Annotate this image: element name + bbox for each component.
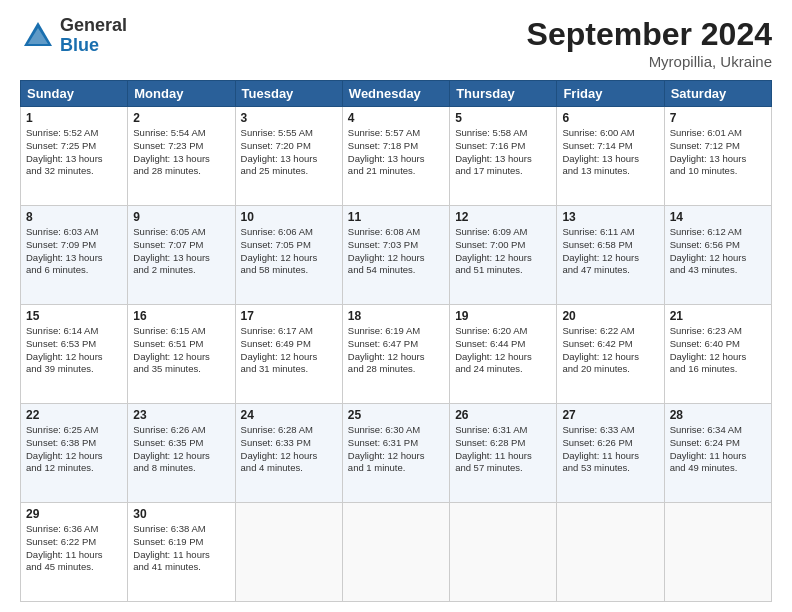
calendar-header-cell: Friday <box>557 81 664 107</box>
day-info: Sunrise: 5:55 AM Sunset: 7:20 PM Dayligh… <box>241 127 337 178</box>
day-number: 2 <box>133 111 229 125</box>
day-number: 3 <box>241 111 337 125</box>
day-info: Sunrise: 6:09 AM Sunset: 7:00 PM Dayligh… <box>455 226 551 277</box>
day-number: 15 <box>26 309 122 323</box>
logo-general-text: General <box>60 16 127 36</box>
calendar-header-cell: Thursday <box>450 81 557 107</box>
day-info: Sunrise: 6:20 AM Sunset: 6:44 PM Dayligh… <box>455 325 551 376</box>
day-number: 6 <box>562 111 658 125</box>
day-number: 22 <box>26 408 122 422</box>
calendar-day-cell <box>450 503 557 602</box>
calendar-day-cell: 10Sunrise: 6:06 AM Sunset: 7:05 PM Dayli… <box>235 206 342 305</box>
day-info: Sunrise: 6:05 AM Sunset: 7:07 PM Dayligh… <box>133 226 229 277</box>
day-number: 10 <box>241 210 337 224</box>
day-info: Sunrise: 6:22 AM Sunset: 6:42 PM Dayligh… <box>562 325 658 376</box>
calendar-day-cell: 12Sunrise: 6:09 AM Sunset: 7:00 PM Dayli… <box>450 206 557 305</box>
day-number: 7 <box>670 111 766 125</box>
calendar-day-cell <box>342 503 449 602</box>
day-number: 27 <box>562 408 658 422</box>
day-info: Sunrise: 6:23 AM Sunset: 6:40 PM Dayligh… <box>670 325 766 376</box>
title-block: September 2024 Myropillia, Ukraine <box>527 16 772 70</box>
day-info: Sunrise: 6:06 AM Sunset: 7:05 PM Dayligh… <box>241 226 337 277</box>
calendar-week-row: 1Sunrise: 5:52 AM Sunset: 7:25 PM Daylig… <box>21 107 772 206</box>
month-title: September 2024 <box>527 16 772 53</box>
day-number: 18 <box>348 309 444 323</box>
logo-icon <box>20 18 56 54</box>
calendar-week-row: 8Sunrise: 6:03 AM Sunset: 7:09 PM Daylig… <box>21 206 772 305</box>
day-info: Sunrise: 6:28 AM Sunset: 6:33 PM Dayligh… <box>241 424 337 475</box>
day-info: Sunrise: 5:52 AM Sunset: 7:25 PM Dayligh… <box>26 127 122 178</box>
day-number: 26 <box>455 408 551 422</box>
calendar-header-row: SundayMondayTuesdayWednesdayThursdayFrid… <box>21 81 772 107</box>
day-number: 30 <box>133 507 229 521</box>
day-info: Sunrise: 6:01 AM Sunset: 7:12 PM Dayligh… <box>670 127 766 178</box>
day-info: Sunrise: 6:12 AM Sunset: 6:56 PM Dayligh… <box>670 226 766 277</box>
day-number: 9 <box>133 210 229 224</box>
calendar-day-cell: 24Sunrise: 6:28 AM Sunset: 6:33 PM Dayli… <box>235 404 342 503</box>
calendar-week-row: 29Sunrise: 6:36 AM Sunset: 6:22 PM Dayli… <box>21 503 772 602</box>
calendar-header-cell: Monday <box>128 81 235 107</box>
day-info: Sunrise: 6:14 AM Sunset: 6:53 PM Dayligh… <box>26 325 122 376</box>
calendar-day-cell: 22Sunrise: 6:25 AM Sunset: 6:38 PM Dayli… <box>21 404 128 503</box>
day-number: 12 <box>455 210 551 224</box>
day-number: 28 <box>670 408 766 422</box>
day-number: 5 <box>455 111 551 125</box>
day-info: Sunrise: 6:08 AM Sunset: 7:03 PM Dayligh… <box>348 226 444 277</box>
day-info: Sunrise: 5:58 AM Sunset: 7:16 PM Dayligh… <box>455 127 551 178</box>
day-number: 11 <box>348 210 444 224</box>
day-number: 25 <box>348 408 444 422</box>
calendar-day-cell: 5Sunrise: 5:58 AM Sunset: 7:16 PM Daylig… <box>450 107 557 206</box>
logo-blue-text: Blue <box>60 36 127 56</box>
calendar-day-cell: 1Sunrise: 5:52 AM Sunset: 7:25 PM Daylig… <box>21 107 128 206</box>
day-number: 13 <box>562 210 658 224</box>
calendar-day-cell: 21Sunrise: 6:23 AM Sunset: 6:40 PM Dayli… <box>664 305 771 404</box>
day-info: Sunrise: 6:26 AM Sunset: 6:35 PM Dayligh… <box>133 424 229 475</box>
calendar-day-cell: 13Sunrise: 6:11 AM Sunset: 6:58 PM Dayli… <box>557 206 664 305</box>
calendar-body: 1Sunrise: 5:52 AM Sunset: 7:25 PM Daylig… <box>21 107 772 602</box>
calendar-week-row: 22Sunrise: 6:25 AM Sunset: 6:38 PM Dayli… <box>21 404 772 503</box>
day-number: 8 <box>26 210 122 224</box>
calendar-day-cell: 6Sunrise: 6:00 AM Sunset: 7:14 PM Daylig… <box>557 107 664 206</box>
calendar-day-cell: 25Sunrise: 6:30 AM Sunset: 6:31 PM Dayli… <box>342 404 449 503</box>
day-info: Sunrise: 5:54 AM Sunset: 7:23 PM Dayligh… <box>133 127 229 178</box>
calendar-day-cell: 30Sunrise: 6:38 AM Sunset: 6:19 PM Dayli… <box>128 503 235 602</box>
calendar-header-cell: Tuesday <box>235 81 342 107</box>
calendar-day-cell: 3Sunrise: 5:55 AM Sunset: 7:20 PM Daylig… <box>235 107 342 206</box>
calendar-header-cell: Wednesday <box>342 81 449 107</box>
calendar-day-cell: 15Sunrise: 6:14 AM Sunset: 6:53 PM Dayli… <box>21 305 128 404</box>
calendar-week-row: 15Sunrise: 6:14 AM Sunset: 6:53 PM Dayli… <box>21 305 772 404</box>
day-number: 1 <box>26 111 122 125</box>
day-number: 24 <box>241 408 337 422</box>
logo: General Blue <box>20 16 127 56</box>
calendar-day-cell: 23Sunrise: 6:26 AM Sunset: 6:35 PM Dayli… <box>128 404 235 503</box>
calendar-day-cell: 11Sunrise: 6:08 AM Sunset: 7:03 PM Dayli… <box>342 206 449 305</box>
calendar-day-cell: 4Sunrise: 5:57 AM Sunset: 7:18 PM Daylig… <box>342 107 449 206</box>
day-number: 21 <box>670 309 766 323</box>
day-number: 16 <box>133 309 229 323</box>
calendar-day-cell: 27Sunrise: 6:33 AM Sunset: 6:26 PM Dayli… <box>557 404 664 503</box>
calendar-day-cell <box>235 503 342 602</box>
day-info: Sunrise: 6:38 AM Sunset: 6:19 PM Dayligh… <box>133 523 229 574</box>
calendar-day-cell: 18Sunrise: 6:19 AM Sunset: 6:47 PM Dayli… <box>342 305 449 404</box>
day-info: Sunrise: 6:19 AM Sunset: 6:47 PM Dayligh… <box>348 325 444 376</box>
day-number: 14 <box>670 210 766 224</box>
calendar-day-cell: 19Sunrise: 6:20 AM Sunset: 6:44 PM Dayli… <box>450 305 557 404</box>
calendar-day-cell: 28Sunrise: 6:34 AM Sunset: 6:24 PM Dayli… <box>664 404 771 503</box>
day-number: 20 <box>562 309 658 323</box>
calendar-header-cell: Sunday <box>21 81 128 107</box>
day-info: Sunrise: 6:31 AM Sunset: 6:28 PM Dayligh… <box>455 424 551 475</box>
day-info: Sunrise: 6:11 AM Sunset: 6:58 PM Dayligh… <box>562 226 658 277</box>
day-info: Sunrise: 6:30 AM Sunset: 6:31 PM Dayligh… <box>348 424 444 475</box>
calendar-day-cell: 9Sunrise: 6:05 AM Sunset: 7:07 PM Daylig… <box>128 206 235 305</box>
calendar-day-cell: 14Sunrise: 6:12 AM Sunset: 6:56 PM Dayli… <box>664 206 771 305</box>
day-info: Sunrise: 6:36 AM Sunset: 6:22 PM Dayligh… <box>26 523 122 574</box>
day-info: Sunrise: 6:34 AM Sunset: 6:24 PM Dayligh… <box>670 424 766 475</box>
calendar-day-cell: 2Sunrise: 5:54 AM Sunset: 7:23 PM Daylig… <box>128 107 235 206</box>
calendar-day-cell: 20Sunrise: 6:22 AM Sunset: 6:42 PM Dayli… <box>557 305 664 404</box>
day-number: 4 <box>348 111 444 125</box>
calendar-table: SundayMondayTuesdayWednesdayThursdayFrid… <box>20 80 772 602</box>
day-info: Sunrise: 6:17 AM Sunset: 6:49 PM Dayligh… <box>241 325 337 376</box>
day-info: Sunrise: 6:00 AM Sunset: 7:14 PM Dayligh… <box>562 127 658 178</box>
day-number: 17 <box>241 309 337 323</box>
calendar-day-cell: 29Sunrise: 6:36 AM Sunset: 6:22 PM Dayli… <box>21 503 128 602</box>
